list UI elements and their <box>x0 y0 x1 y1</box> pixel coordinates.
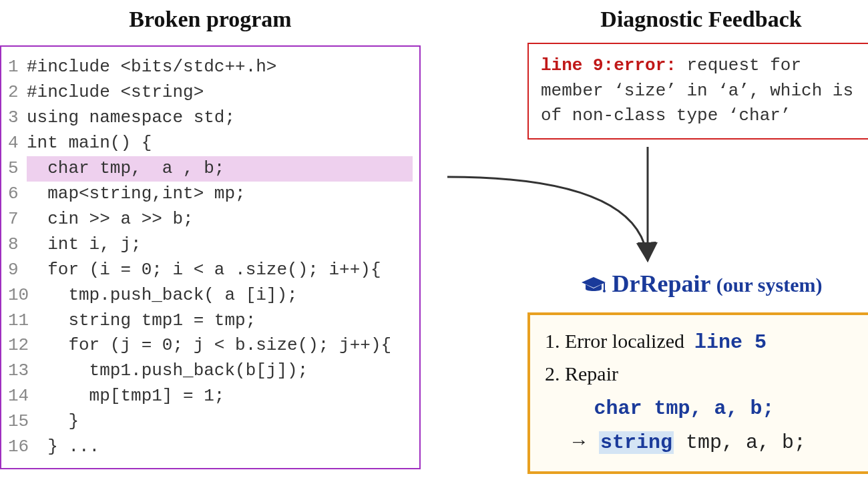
line-number: 1 <box>8 55 27 80</box>
code-text: tmp1.push_back(b[j]); <box>27 358 413 384</box>
result-box: 1. Error localized line 5 2. Repair → ch… <box>527 312 868 474</box>
system-subtitle: (our system) <box>716 274 823 296</box>
line-number: 13 <box>8 358 27 384</box>
code-text: using namespace std; <box>27 105 413 131</box>
flow-arrow-icon <box>441 140 668 280</box>
code-line: 13 tmp1.push_back(b[j]); <box>8 358 413 384</box>
code-line: 5 char tmp, a , b; <box>8 156 413 182</box>
diagnostic-box: line 9:error: request for member ‘size’ … <box>527 43 868 140</box>
step-1-value: line 5 <box>694 331 767 354</box>
fixed-code-highlight: string <box>599 431 674 454</box>
code-line: 10 tmp.push_back( a [i]); <box>8 283 413 308</box>
code-line: 8 int i, j; <box>8 232 413 258</box>
code-text: tmp.push_back( a [i]); <box>27 283 413 308</box>
code-text: map<string,int> mp; <box>27 182 413 207</box>
code-text: mp[tmp1] = 1; <box>27 384 413 409</box>
code-text: #include <string> <box>27 80 413 105</box>
line-number: 4 <box>8 131 27 156</box>
line-number: 16 <box>8 435 27 460</box>
code-text: int main() { <box>27 131 413 156</box>
line-number: 6 <box>8 182 27 207</box>
line-number: 7 <box>8 207 27 232</box>
code-line: 12 for (j = 0; j < b.size(); j++){ <box>8 333 413 358</box>
code-text: for (j = 0; j < b.size(); j++){ <box>27 333 413 358</box>
code-text: char tmp, a , b; <box>27 156 413 182</box>
line-number: 15 <box>8 409 27 435</box>
code-text: #include <bits/stdc++.h> <box>27 55 413 80</box>
broken-program-panel: Broken program 1#include <bits/stdc++.h>… <box>0 7 421 469</box>
line-number: 3 <box>8 105 27 131</box>
broken-program-title: Broken program <box>0 7 421 32</box>
step-2-label: 2. Repair <box>545 358 857 390</box>
line-number: 12 <box>8 333 27 358</box>
code-line: 1#include <bits/stdc++.h> <box>8 55 413 80</box>
code-line: 16 } ... <box>8 435 413 460</box>
code-text: } ... <box>27 435 413 460</box>
code-text: cin >> a >> b; <box>27 207 413 232</box>
line-number: 9 <box>8 258 27 283</box>
code-line: 15 } <box>8 409 413 435</box>
arrow-icon: → <box>569 430 589 452</box>
code-line: 4int main() { <box>8 131 413 156</box>
line-number: 11 <box>8 308 27 334</box>
step-1-label: 1. Error localized <box>545 330 684 352</box>
code-box: 1#include <bits/stdc++.h>2#include <stri… <box>0 45 421 469</box>
code-text: } <box>27 409 413 435</box>
code-line: 6 map<string,int> mp; <box>8 182 413 207</box>
svg-point-1 <box>603 290 606 292</box>
step-1: 1. Error localized line 5 <box>545 326 857 358</box>
original-code: char tmp, a, b; <box>594 397 775 420</box>
code-text: int i, j; <box>27 232 413 258</box>
line-number: 2 <box>8 80 27 105</box>
code-line: 14 mp[tmp1] = 1; <box>8 384 413 409</box>
code-line: 3using namespace std; <box>8 105 413 131</box>
error-prefix: line 9:error: <box>541 55 676 75</box>
line-number: 5 <box>8 156 27 182</box>
fixed-code-rest: tmp, a, b; <box>674 431 806 454</box>
line-number: 14 <box>8 384 27 409</box>
code-text: string tmp1 = tmp; <box>27 308 413 334</box>
line-number: 10 <box>8 283 27 308</box>
code-line: 7 cin >> a >> b; <box>8 207 413 232</box>
diagnostic-title: Diagnostic Feedback <box>527 7 868 32</box>
code-text: for (i = 0; i < a .size(); i++){ <box>27 258 413 283</box>
code-line: 11 string tmp1 = tmp; <box>8 308 413 334</box>
repair-block: → char tmp, a, b; → string tmp, a, b; <box>545 392 857 458</box>
line-number: 8 <box>8 232 27 258</box>
code-line: 2#include <string> <box>8 80 413 105</box>
code-line: 9 for (i = 0; i < a .size(); i++){ <box>8 258 413 283</box>
